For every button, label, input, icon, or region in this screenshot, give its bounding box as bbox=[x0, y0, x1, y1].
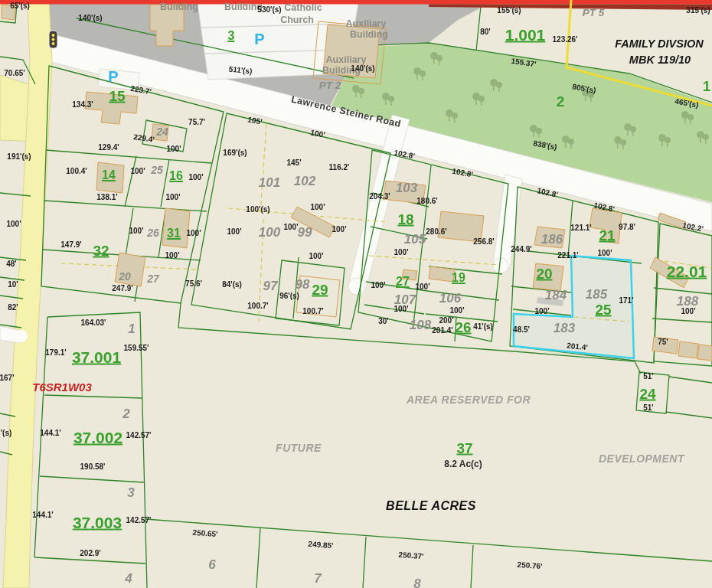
lot-25-b: 25 bbox=[595, 302, 611, 317]
lot-107: 107 bbox=[394, 293, 416, 306]
lot-31: 31 bbox=[167, 227, 181, 240]
dim-805s: 805'(s) bbox=[572, 83, 597, 94]
label-layer: BuildingBuilding530'(s)CatholicChurch3P1… bbox=[0, 0, 712, 588]
dim-82: 82' bbox=[8, 304, 18, 312]
dim-105: 105' bbox=[247, 116, 263, 126]
lot-37-002: 37.002 bbox=[73, 430, 122, 446]
dim-100-d: 100' bbox=[165, 194, 180, 201]
lot-20-b: 20 bbox=[536, 266, 552, 281]
dim-123-26: 123.26' bbox=[553, 36, 578, 44]
dim-159-55: 159.55' bbox=[124, 345, 149, 352]
dim-838s: 838'(s) bbox=[533, 139, 558, 151]
dim-140s-1: 140'(s) bbox=[78, 15, 102, 22]
note-development: DEVELOPMENT bbox=[599, 453, 684, 464]
dim-223-7: 223.7' bbox=[130, 85, 152, 96]
dim-142-57-b: 142.57' bbox=[126, 517, 152, 524]
dim-511s: 511'(s) bbox=[228, 65, 253, 75]
lot-25-a: 25 bbox=[151, 165, 163, 175]
lot-3: 3 bbox=[228, 30, 235, 42]
title-mbk: MBK 119/10 bbox=[629, 54, 691, 66]
dim-142-57-a: 142.57' bbox=[126, 432, 152, 439]
lot-18: 18 bbox=[397, 212, 413, 227]
dim-fragment-s: '(s) bbox=[1, 430, 12, 437]
dim-100-v: 100' bbox=[681, 308, 695, 315]
lot-20-a: 20 bbox=[119, 271, 131, 282]
lot-98: 98 bbox=[296, 278, 310, 291]
dim-167: 167' bbox=[0, 374, 15, 382]
dim-102-8-a: 102.8' bbox=[394, 149, 416, 161]
dim-201-4-b: 201.4' bbox=[567, 342, 588, 352]
dim-144-1-a: 144.1' bbox=[40, 430, 60, 437]
dim-191s: 191'(s) bbox=[7, 153, 31, 161]
lot-26-b: 26 bbox=[455, 320, 471, 335]
lot-103: 103 bbox=[396, 181, 417, 194]
dim-144-1-b: 144.1' bbox=[32, 511, 53, 519]
lot-24-b: 24 bbox=[639, 387, 655, 401]
dim-250-65: 250.65' bbox=[192, 529, 218, 538]
lot-num-4: 4 bbox=[125, 572, 132, 585]
lot-99: 99 bbox=[298, 226, 312, 239]
poi-aux1-line1: Auxiliary bbox=[346, 19, 387, 29]
dim-acreage: 8.2 Ac(c) bbox=[444, 459, 482, 469]
dim-100-e: 100' bbox=[6, 220, 21, 228]
lot-101: 101 bbox=[259, 176, 280, 189]
lot-37: 37 bbox=[456, 441, 472, 456]
lot-37-003: 37.003 bbox=[73, 514, 122, 531]
dim-100-r: 100' bbox=[394, 305, 408, 313]
dim-100-t: 100' bbox=[597, 250, 612, 257]
dim-244-9: 244.9' bbox=[511, 246, 531, 253]
dim-249-85: 249.85' bbox=[308, 541, 334, 550]
dim-247-9: 247.9' bbox=[112, 285, 132, 292]
dim-204-3: 204.3' bbox=[369, 193, 390, 201]
lot-106: 106 bbox=[439, 292, 461, 305]
dim-164-03: 164.03' bbox=[81, 319, 106, 327]
lot-1-top: 1 bbox=[703, 79, 711, 93]
parking-p-1: P bbox=[254, 31, 264, 47]
dim-70-65: 70.65' bbox=[4, 70, 24, 77]
dim-145: 145' bbox=[286, 159, 301, 167]
dim-48-5: 48.5' bbox=[513, 326, 530, 334]
dim-147-9: 147.9' bbox=[60, 241, 81, 249]
dim-100-7-b: 100.7' bbox=[302, 308, 323, 315]
lot-27-a: 27 bbox=[147, 273, 159, 284]
dim-100-h: 100' bbox=[165, 252, 179, 260]
lot-22-01: 22.01 bbox=[667, 263, 707, 279]
dim-102-8-c: 102.8' bbox=[537, 187, 559, 198]
lot-185: 185 bbox=[586, 288, 607, 301]
dim-155s: 155'(s) bbox=[497, 7, 521, 15]
dim-202-9: 202.9' bbox=[80, 550, 100, 557]
lot-32: 32 bbox=[93, 243, 109, 258]
lot-num-7: 7 bbox=[314, 572, 321, 585]
dim-100-l: 100' bbox=[283, 224, 298, 231]
dim-100-o: 100' bbox=[394, 249, 408, 256]
lot-29: 29 bbox=[312, 283, 328, 297]
dim-100-4: 100.4' bbox=[66, 168, 87, 175]
dim-100-k: 100' bbox=[227, 228, 241, 236]
dim-30: 30' bbox=[378, 318, 389, 325]
dim-100-f: 100' bbox=[129, 227, 143, 235]
dim-250-76: 250.76' bbox=[517, 561, 543, 570]
dim-169s: 169'(s) bbox=[223, 149, 247, 157]
poi-aux2-line1: Auxiliary bbox=[326, 55, 367, 65]
lot-15: 15 bbox=[109, 89, 125, 103]
dim-530s: 530'(s) bbox=[257, 6, 281, 14]
lot-14: 14 bbox=[102, 169, 116, 181]
poi-church: Church bbox=[280, 15, 314, 25]
dim-100s-a: 100'(s) bbox=[246, 206, 269, 214]
lot-num-1: 1 bbox=[128, 322, 135, 335]
dim-121-1: 121.1' bbox=[570, 224, 591, 232]
dim-100-u: 100' bbox=[534, 308, 549, 315]
dim-465s: 465'(s) bbox=[674, 97, 700, 109]
label-pt5: PT 5 bbox=[583, 8, 605, 18]
lot-188: 188 bbox=[677, 295, 698, 308]
dim-315s: 315'(s) bbox=[686, 7, 710, 15]
dim-100-m: 100' bbox=[332, 226, 346, 234]
dim-200: 200' bbox=[439, 317, 453, 325]
dim-65s: 65'(s) bbox=[10, 2, 30, 10]
dim-179-1: 179.1' bbox=[45, 349, 66, 357]
lot-2: 2 bbox=[557, 94, 565, 109]
lot-num-8: 8 bbox=[413, 577, 420, 588]
dim-100-b: 100' bbox=[130, 168, 145, 175]
dim-100-a: 100' bbox=[166, 145, 181, 153]
dim-116-2: 116.2' bbox=[329, 164, 350, 172]
